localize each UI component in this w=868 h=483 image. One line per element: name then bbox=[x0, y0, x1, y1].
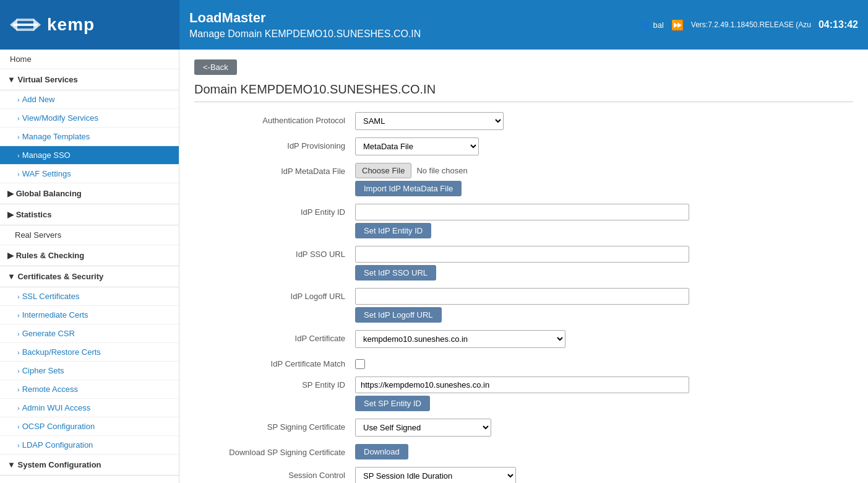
sidebar-child-cipher-sets[interactable]: ›Cipher Sets bbox=[0, 362, 179, 380]
no-file-text: No file chosen bbox=[416, 166, 467, 175]
idp-cert-match-control bbox=[355, 355, 853, 369]
sidebar-item-real-servers[interactable]: Real Servers bbox=[0, 225, 179, 245]
logo-area: kemp bbox=[0, 0, 179, 50]
set-idp-sso-button[interactable]: Set IdP SSO URL bbox=[355, 265, 436, 281]
set-sp-entity-button[interactable]: Set SP Entity ID bbox=[355, 396, 430, 411]
sidebar-child-view-modify[interactable]: ›View/Modify Services bbox=[0, 109, 179, 128]
svg-rect-2 bbox=[16, 28, 35, 31]
idp-provisioning-label: IdP Provisioning bbox=[194, 137, 355, 150]
idp-logoff-url-input[interactable] bbox=[355, 288, 689, 305]
sp-signing-cert-select[interactable]: Use Self Signed bbox=[355, 419, 491, 437]
idp-metadata-file-control: Choose File No file chosen Import IdP Me… bbox=[355, 163, 853, 196]
sp-entity-id-control: Set SP Entity ID bbox=[355, 376, 853, 411]
idp-sso-url-input[interactable] bbox=[355, 246, 689, 263]
sidebar-child-admin-wui[interactable]: ›Admin WUI Access bbox=[0, 399, 179, 417]
download-sp-row: Download SP Signing Certificate Download bbox=[194, 444, 853, 459]
sidebar-item-home[interactable]: Home bbox=[0, 50, 179, 69]
import-btn-row: Import IdP MetaData File bbox=[355, 181, 853, 196]
expand-icon: ▼ bbox=[7, 75, 17, 84]
sidebar-child-waf-settings[interactable]: ›WAF Settings bbox=[0, 165, 179, 183]
sidebar-child-ocsp[interactable]: ›OCSP Configuration bbox=[0, 417, 179, 436]
idp-metadata-file-row: IdP MetaData File Choose File No file ch… bbox=[194, 163, 853, 196]
sidebar-section-certs[interactable]: ▼ Certificates & Security bbox=[0, 266, 179, 287]
header-meta: 👤 bal ⏩ Vers:7.2.49.1.18450.RELEASE (Azu… bbox=[630, 0, 868, 50]
file-row: Choose File No file chosen bbox=[355, 163, 853, 178]
header-title: LoadMaster bbox=[189, 10, 621, 26]
sp-entity-id-input[interactable] bbox=[355, 376, 689, 393]
idp-sso-url-row: IdP SSO URL Set IdP SSO URL bbox=[194, 246, 853, 281]
idp-sso-url-label: IdP SSO URL bbox=[194, 246, 355, 259]
sp-signing-cert-control: Use Self Signed bbox=[355, 419, 853, 437]
idp-cert-match-label: IdP Certificate Match bbox=[194, 355, 355, 368]
set-idp-entity-button[interactable]: Set IdP Entity ID bbox=[355, 223, 431, 238]
help-icon[interactable]: ⏩ bbox=[671, 19, 684, 31]
sidebar-child-ldap[interactable]: ›LDAP Configuration bbox=[0, 436, 179, 455]
idp-sso-url-control: Set IdP SSO URL bbox=[355, 246, 853, 281]
set-idp-logoff-button[interactable]: Set IdP Logoff URL bbox=[355, 307, 442, 323]
svg-marker-3 bbox=[10, 19, 17, 31]
session-control-select[interactable]: SP Session Idle Duration None bbox=[355, 467, 516, 483]
sp-signing-cert-row: SP Signing Certificate Use Self Signed bbox=[194, 419, 853, 437]
sidebar-section-global-balancing[interactable]: ▶ Global Balancing bbox=[0, 183, 179, 204]
sidebar-child-generate-csr[interactable]: ›Generate CSR bbox=[0, 324, 179, 343]
idp-entity-id-input[interactable] bbox=[355, 204, 689, 220]
back-button[interactable]: <-Back bbox=[194, 59, 237, 75]
idp-provisioning-select[interactable]: MetaData File Manual bbox=[355, 137, 479, 155]
session-control-row: Session Control SP Session Idle Duration… bbox=[194, 467, 853, 483]
auth-protocol-select[interactable]: SAML LDAP Kerberos RADIUS bbox=[355, 112, 504, 130]
session-control-label: Session Control bbox=[194, 467, 355, 480]
sidebar-child-intermediate-certs[interactable]: ›Intermediate Certs bbox=[0, 306, 179, 324]
sidebar-child-add-new[interactable]: ›Add New bbox=[0, 90, 179, 109]
username: bal bbox=[653, 20, 663, 30]
page-title: Domain KEMPDEMO10.SUNESHES.CO.IN bbox=[194, 82, 853, 102]
svg-marker-4 bbox=[33, 19, 41, 31]
idp-logoff-url-control: Set IdP Logoff URL bbox=[355, 288, 853, 323]
idp-entity-id-row: IdP Entity ID Set IdP Entity ID bbox=[194, 204, 853, 238]
svg-rect-1 bbox=[16, 19, 35, 21]
expand-icon-rules: ▶ bbox=[7, 251, 16, 260]
header-user: 👤 bal bbox=[640, 20, 663, 30]
logo-text: kemp bbox=[47, 15, 95, 35]
sp-entity-id-label: SP Entity ID bbox=[194, 376, 355, 389]
header-time: 04:13:42 bbox=[819, 19, 858, 30]
expand-icon-sys: ▼ bbox=[7, 460, 17, 469]
import-metadata-button[interactable]: Import IdP MetaData File bbox=[355, 181, 462, 196]
sp-signing-cert-label: SP Signing Certificate bbox=[194, 419, 355, 432]
download-sp-label: Download SP Signing Certificate bbox=[194, 444, 355, 457]
sp-entity-id-row: SP Entity ID Set SP Entity ID bbox=[194, 376, 853, 411]
sidebar-section-virtual-services[interactable]: ▼ Virtual Services bbox=[0, 69, 179, 90]
idp-entity-id-label: IdP Entity ID bbox=[194, 204, 355, 217]
idp-cert-match-checkbox[interactable] bbox=[355, 359, 365, 369]
sidebar-section-rules[interactable]: ▶ Rules & Checking bbox=[0, 245, 179, 266]
expand-icon-certs: ▼ bbox=[7, 272, 17, 281]
sidebar-child-ssl-certs[interactable]: ›SSL Certificates bbox=[0, 287, 179, 306]
idp-logoff-url-row: IdP Logoff URL Set IdP Logoff URL bbox=[194, 288, 853, 323]
expand-icon-gb: ▶ bbox=[7, 189, 16, 198]
download-sp-control: Download bbox=[355, 444, 853, 459]
idp-entity-id-control: Set IdP Entity ID bbox=[355, 204, 853, 238]
idp-provisioning-row: IdP Provisioning MetaData File Manual bbox=[194, 137, 853, 155]
sidebar-child-manage-templates[interactable]: ›Manage Templates bbox=[0, 128, 179, 146]
idp-certificate-select[interactable]: kempdemo10.suneshes.co.in bbox=[355, 330, 565, 348]
sidebar-child-remote-access[interactable]: ›Remote Access bbox=[0, 380, 179, 399]
auth-protocol-label: Authentication Protocol bbox=[194, 112, 355, 125]
sidebar-child-backup-certs[interactable]: ›Backup/Restore Certs bbox=[0, 343, 179, 362]
expand-icon-stats: ▶ bbox=[7, 210, 16, 219]
user-icon: 👤 bbox=[640, 20, 650, 30]
sidebar-child-manage-sso[interactable]: ›Manage SSO bbox=[0, 146, 179, 165]
download-button[interactable]: Download bbox=[355, 444, 408, 459]
main-layout: Home ▼ Virtual Services ›Add New ›View/M… bbox=[0, 50, 868, 483]
header-version: Vers:7.2.49.1.18450.RELEASE (Azu bbox=[691, 20, 811, 29]
header-right: LoadMaster Manage Domain KEMPDEMO10.SUNE… bbox=[179, 0, 630, 50]
idp-cert-match-row: IdP Certificate Match bbox=[194, 355, 853, 369]
auth-protocol-control: SAML LDAP Kerberos RADIUS bbox=[355, 112, 853, 130]
auth-protocol-row: Authentication Protocol SAML LDAP Kerber… bbox=[194, 112, 853, 130]
idp-certificate-control: kempdemo10.suneshes.co.in bbox=[355, 330, 853, 348]
choose-file-button[interactable]: Choose File bbox=[355, 163, 411, 178]
sidebar-section-statistics[interactable]: ▶ Statistics bbox=[0, 204, 179, 225]
idp-certificate-row: IdP Certificate kempdemo10.suneshes.co.i… bbox=[194, 330, 853, 348]
idp-certificate-label: IdP Certificate bbox=[194, 330, 355, 343]
kemp-logo-icon bbox=[10, 12, 41, 37]
sidebar-section-system-config[interactable]: ▼ System Configuration bbox=[0, 455, 179, 476]
content-area: <-Back Domain KEMPDEMO10.SUNESHES.CO.IN … bbox=[179, 50, 868, 483]
